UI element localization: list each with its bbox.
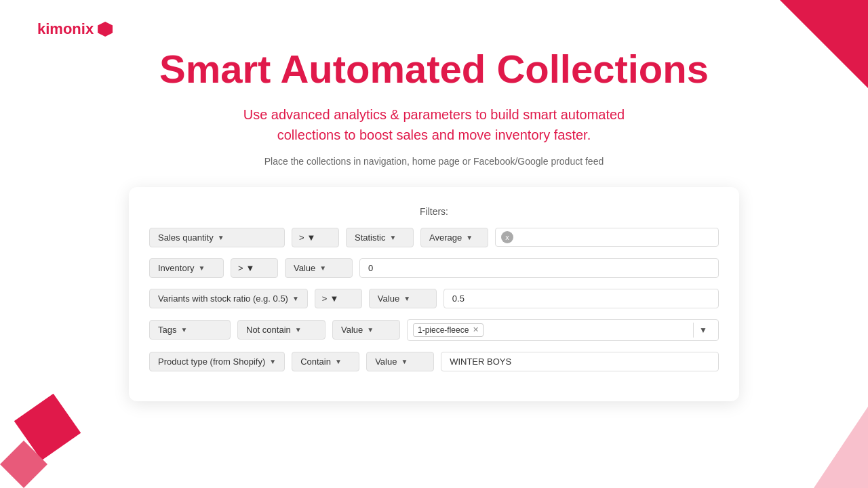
field-sales-quantity-label: Sales quantity (158, 232, 214, 243)
chevron-down-icon: ▼ (269, 358, 276, 365)
operator-not-contain-label: Not contain (246, 325, 291, 335)
field-inventory-btn[interactable]: Inventory ▼ (149, 258, 224, 278)
filter-row-product-type: Product type (from Shopify) ▼ Contain ▼ … (149, 352, 719, 371)
tag-remove-btn[interactable]: ✕ (473, 325, 479, 334)
chevron-down-icon: ▼ (367, 326, 374, 333)
chevron-down-icon: ▼ (401, 358, 408, 365)
chevron-down-icon: ▼ (330, 293, 338, 304)
chevron-down-icon: ▼ (198, 264, 205, 272)
filters-card: Filters: Sales quantity ▼ > ▼ Statistic … (129, 187, 739, 401)
filter-row-inventory: Inventory ▼ > ▼ Value ▼ (149, 258, 719, 278)
field-product-type-btn[interactable]: Product type (from Shopify) ▼ (149, 352, 285, 371)
subtype-average-btn[interactable]: Average ▼ (420, 228, 488, 247)
chevron-down-icon: ▼ (307, 232, 316, 243)
chevron-down-icon: ▼ (335, 358, 342, 365)
value-input-3[interactable] (443, 289, 719, 308)
tags-dropdown-arrow[interactable]: ▼ (693, 323, 713, 338)
field-tags-btn[interactable]: Tags ▼ (149, 320, 231, 340)
chevron-down-icon: ▼ (246, 263, 255, 273)
field-product-type-label: Product type (from Shopify) (158, 357, 265, 367)
filter-row-sales-quantity: Sales quantity ▼ > ▼ Statistic ▼ Average… (149, 228, 719, 247)
type-statistic-label: Statistic (355, 232, 386, 243)
type-value-label-3: Value (378, 293, 399, 304)
type-statistic-btn[interactable]: Statistic ▼ (346, 228, 414, 247)
value-input-5[interactable] (441, 352, 719, 371)
field-sales-quantity-btn[interactable]: Sales quantity ▼ (149, 228, 285, 247)
tag-chip-label: 1-piece-fleece (418, 325, 469, 335)
subtype-average-label: Average (429, 232, 462, 243)
clear-btn-1[interactable]: x (501, 231, 513, 243)
operator-label-2: > (238, 263, 243, 273)
hero-title: Smart Automated Collections (0, 47, 868, 91)
chevron-down-icon: ▼ (390, 234, 397, 241)
chevron-down-icon: ▼ (403, 295, 410, 302)
chevron-down-icon: ▼ (319, 264, 326, 272)
field-tags-label: Tags (158, 325, 176, 335)
value-input-2[interactable] (359, 258, 719, 278)
operator-greater-btn-1[interactable]: > ▼ (292, 228, 339, 247)
type-value-btn-2[interactable]: Value ▼ (285, 258, 353, 278)
decorative-shape-bottom-right (814, 407, 868, 488)
operator-label-1: > (299, 232, 304, 243)
filter-row-tags: Tags ▼ Not contain ▼ Value ▼ 1-piece-fle… (149, 319, 719, 341)
tags-input-wrapper: 1-piece-fleece ✕ ▼ (407, 319, 719, 341)
type-value-label-4: Value (341, 325, 363, 335)
operator-not-contain-btn[interactable]: Not contain ▼ (237, 320, 326, 340)
chevron-down-icon: ▼ (180, 326, 187, 333)
field-variants-label: Variants with stock ratio (e.g. 0.5) (158, 293, 288, 304)
operator-greater-btn-2[interactable]: > ▼ (231, 258, 278, 278)
field-variants-btn[interactable]: Variants with stock ratio (e.g. 0.5) ▼ (149, 289, 308, 308)
tag-chip-1piece-fleece: 1-piece-fleece ✕ (413, 323, 484, 337)
filters-label: Filters: (149, 206, 719, 217)
operator-label-3: > (322, 293, 328, 304)
field-inventory-label: Inventory (158, 263, 194, 273)
hero-subtitle: Use advanced analytics & parameters to b… (231, 104, 637, 145)
value-input-1[interactable] (517, 232, 713, 243)
chevron-down-icon: ▼ (292, 295, 299, 302)
type-value-btn-4[interactable]: Value ▼ (332, 320, 400, 340)
operator-contain-label: Contain (300, 357, 331, 367)
operator-greater-btn-3[interactable]: > ▼ (315, 289, 362, 308)
type-value-label-2: Value (294, 263, 315, 273)
filter-row-variants: Variants with stock ratio (e.g. 0.5) ▼ >… (149, 289, 719, 308)
hero-section: Smart Automated Collections Use advanced… (0, 0, 868, 401)
chevron-down-icon: ▼ (466, 234, 473, 241)
type-value-label-5: Value (375, 357, 397, 367)
value-wrapper-1: x (495, 228, 719, 247)
type-value-btn-3[interactable]: Value ▼ (369, 289, 437, 308)
type-value-btn-5[interactable]: Value ▼ (366, 352, 434, 371)
chevron-down-icon: ▼ (218, 234, 224, 241)
chevron-down-icon: ▼ (295, 326, 302, 333)
hero-description: Place the collections in navigation, hom… (0, 156, 868, 167)
operator-contain-btn[interactable]: Contain ▼ (292, 352, 359, 371)
